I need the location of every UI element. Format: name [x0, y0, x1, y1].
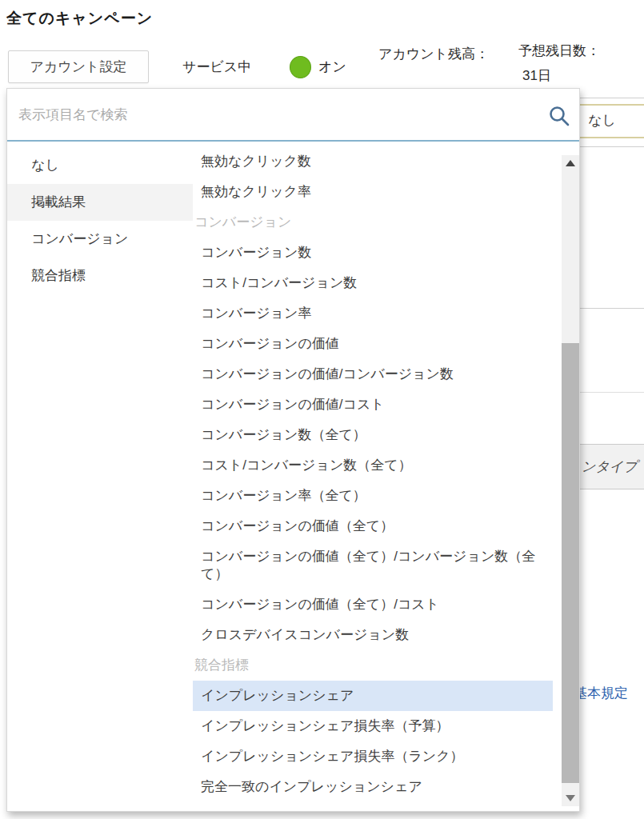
metric-list: 無効なクリック数無効なクリック率コンバージョンコンバージョン数コスト/コンバージ…: [193, 142, 562, 811]
metric-option[interactable]: 無効なクリック数: [193, 146, 553, 177]
page-title: 全てのキャンペーン: [6, 8, 153, 29]
metric-group-header: 競合指標: [193, 650, 562, 681]
category-item[interactable]: コンバージョン: [7, 221, 193, 258]
metric-option[interactable]: コンバージョン率: [193, 298, 553, 329]
metric-option[interactable]: コンバージョンの価値（全て）: [193, 511, 553, 541]
metric-option[interactable]: コンバージョンの価値/コンバージョン数: [193, 359, 553, 390]
metric-option[interactable]: コンバージョンの価値/コスト: [193, 390, 553, 420]
metric-option[interactable]: クロスデバイスコンバージョン数: [193, 620, 553, 650]
category-item[interactable]: 競合指標: [7, 258, 193, 294]
none-select-value: なし: [588, 106, 616, 136]
metric-option[interactable]: コンバージョン数（全て）: [193, 420, 553, 450]
scrollbar-thumb[interactable]: [562, 343, 579, 783]
metric-option[interactable]: インプレッションシェア損失率（予算）: [193, 711, 553, 741]
metric-option[interactable]: コンバージョンの価値: [193, 329, 553, 359]
category-list: なし掲載結果コンバージョン競合指標: [7, 142, 193, 811]
status-value: オン: [318, 58, 346, 76]
search-icon: [548, 105, 570, 127]
remaining-days-value: 31日: [522, 66, 551, 85]
status-on-icon: [290, 56, 311, 78]
metric-option[interactable]: コンバージョンの価値（全て）/コンバージョン数（全て）: [193, 541, 553, 589]
search-row: [7, 89, 579, 140]
search-input[interactable]: [18, 100, 522, 130]
metric-option[interactable]: コスト/コンバージョン数（全て）: [193, 450, 553, 481]
metric-group-header: コンバージョン: [193, 207, 562, 238]
bg-column-header-text: ンタイプ: [582, 445, 638, 489]
scroll-down-button[interactable]: [562, 790, 579, 806]
scrollbar[interactable]: [562, 155, 579, 806]
account-settings-button[interactable]: アカウント設定: [8, 50, 149, 83]
metric-option[interactable]: インプレッションシェア損失率（ランク）: [193, 741, 553, 772]
metrics-dropdown-panel: なし掲載結果コンバージョン競合指標 無効なクリック数無効なクリック率コンバージョ…: [6, 88, 580, 812]
metric-option[interactable]: 完全一致のインプレッションシェア: [193, 772, 553, 802]
metric-option[interactable]: インプレッションシェア: [193, 681, 553, 711]
metric-option[interactable]: コスト/コンバージョン数: [193, 268, 553, 298]
metric-option[interactable]: コンバージョン数: [193, 238, 553, 268]
basic-rules-link[interactable]: 基本規定: [574, 684, 628, 702]
down-arrow-icon: [566, 795, 575, 801]
service-status-label: サービス中: [182, 58, 251, 76]
up-arrow-icon: [566, 160, 575, 166]
category-item[interactable]: 掲載結果: [7, 184, 193, 221]
metric-option[interactable]: コンバージョンの価値（全て）/コスト: [193, 589, 553, 620]
metric-option[interactable]: 無効なクリック率: [193, 177, 553, 207]
scroll-up-button[interactable]: [562, 155, 579, 171]
remaining-days-label: 予想残日数：: [518, 42, 600, 60]
metric-option[interactable]: コンバージョン率（全て）: [193, 481, 553, 511]
search-underline: [7, 140, 579, 142]
category-item[interactable]: なし: [7, 147, 193, 184]
account-balance-label: アカウント残高：: [378, 45, 489, 63]
dropdown-body: なし掲載結果コンバージョン競合指標 無効なクリック数無効なクリック率コンバージョ…: [7, 142, 579, 811]
